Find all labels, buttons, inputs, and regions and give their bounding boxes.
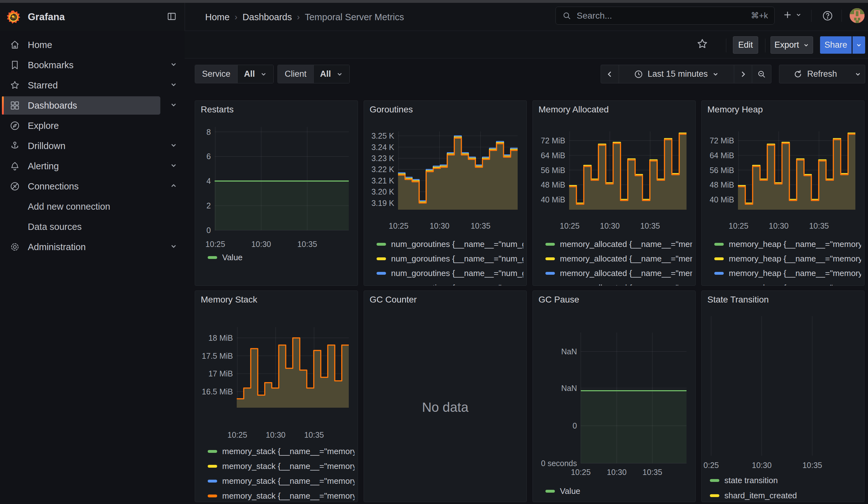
refresh-button[interactable]: Refresh [779,65,851,83]
sidebar-item-drilldown[interactable]: Drilldown [0,137,185,155]
avatar[interactable] [850,8,865,23]
legend-item[interactable]: num_goroutines {__name__="num_go [376,282,523,286]
chevron-down-icon [336,71,343,78]
legend-item[interactable]: memory_stack {__name__="memory_s [208,460,354,472]
legend-item[interactable]: Value [545,485,692,497]
legend-item[interactable]: memory_allocated {__name__="memo [545,267,692,279]
chart-plot-memory_stack[interactable] [237,327,349,408]
help-button[interactable] [822,10,833,23]
chart-plot-memory_allocated[interactable] [569,131,686,210]
sidebar-subitem-label: Add new connection [28,202,110,212]
legend-item[interactable]: memory_stack {__name__="memory_s [208,475,354,487]
drilldown-icon [9,141,20,151]
breadcrumb-home[interactable]: Home [205,12,229,22]
zoom-out-button[interactable] [752,65,772,83]
export-button[interactable]: Export [771,36,813,54]
x-axis-tick-label: 10:30 [251,240,271,249]
legend-item[interactable]: memory_heap {__name__="memory_h [714,238,861,250]
x-axis-tick-label: 0:25 [704,461,719,470]
new-button[interactable] [782,10,802,20]
legend-item[interactable]: shard_item_created [710,490,861,501]
sidebar-item-administration[interactable]: Administration [0,238,185,256]
sidebar-subitem-data-sources[interactable]: Data sources [0,218,185,236]
sidebar-subitem-add-new-connection[interactable]: Add new connection [0,197,185,216]
chart-plot-restarts[interactable] [215,127,349,230]
grid-icon [9,100,20,111]
chevron-down-icon[interactable] [170,61,177,70]
chevron-up-icon[interactable] [170,182,177,191]
edit-button[interactable]: Edit [733,36,758,54]
y-axis-tick-label: 72 MiB [706,136,734,145]
legend-item[interactable]: num_goroutines {__name__="num_go [376,238,523,250]
panel-title-state_transition[interactable]: State Transition [707,295,769,305]
panel-title-memory_heap[interactable]: Memory Heap [707,104,763,115]
sidebar-item-connections[interactable]: Connections [0,177,185,195]
legend-label: memory_heap {__name__="memory_h [729,254,861,264]
client-filter: Client All [277,65,350,83]
chevron-down-icon[interactable] [170,81,177,90]
legend-label: shard_item_created [724,491,797,501]
y-axis-tick-label: NaN [537,383,577,392]
breadcrumb-dashboards[interactable]: Dashboards [242,12,292,22]
panel-title-memory_allocated[interactable]: Memory Allocated [538,104,609,115]
sidebar-item-home[interactable]: Home [0,36,185,54]
legend-swatch [714,243,724,246]
panel-title-gc_counter[interactable]: GC Counter [370,295,417,305]
sidebar-item-bookmarks[interactable]: Bookmarks [0,56,185,74]
sidebar-item-explore[interactable]: Explore [0,116,185,135]
legend-item[interactable]: state transition [710,475,861,486]
legend-item[interactable]: memory_allocated {__name__="memo [545,253,692,264]
panel-title-memory_stack[interactable]: Memory Stack [201,295,257,305]
time-shift-forward-button[interactable] [734,65,752,83]
share-button[interactable]: Share [820,36,851,54]
y-axis-tick-label: 56 MiB [706,165,734,175]
legend-item[interactable]: memory_heap {__name__="memory_h [714,253,861,264]
chevron-down-icon [795,12,802,18]
legend-item[interactable]: memory_heap {__name__="memory_h [714,282,861,286]
chevron-down-icon[interactable] [170,101,177,110]
chevron-down-icon[interactable] [170,243,177,251]
time-shift-back-button[interactable] [601,65,619,83]
legend-item[interactable]: memory_allocated {__name__="memo [545,282,692,286]
time-range-picker[interactable]: Last 15 minutes [619,65,734,83]
client-filter-value[interactable]: All [313,65,349,83]
legend-item[interactable]: memory_stack {__name__="memory_s [208,490,354,502]
refresh-interval-button[interactable] [851,65,865,83]
y-axis-tick-label: 56 MiB [537,165,565,175]
breadcrumb-current: Temporal Server Metrics [305,12,404,22]
panel-state_transition: State Transition0:2510:3010:35state tran… [701,290,865,502]
chart-plot-memory_heap[interactable] [738,131,855,210]
panel-memory_heap: Memory Heap72 MiB64 MiB56 MiB48 MiB40 Mi… [701,101,865,286]
legend-item[interactable]: num_goroutines {__name__="num_go [376,253,523,264]
search-input[interactable]: Search... ⌘+k [556,7,775,25]
legend-swatch [710,479,719,482]
chart-plot-gc_pause[interactable] [581,332,686,463]
legend-item[interactable]: memory_stack {__name__="memory_s [208,445,354,457]
chart-plot-goroutines[interactable] [398,131,518,210]
time-range-label: Last 15 minutes [648,69,708,79]
star-dashboard-button[interactable] [696,38,708,51]
panel-title-restarts[interactable]: Restarts [201,104,234,115]
legend-item[interactable]: memory_allocated {__name__="memo [545,238,692,250]
sidebar-item-dashboards[interactable]: Dashboards [0,96,185,115]
sidebar-item-alerting[interactable]: Alerting [0,157,185,175]
sidebar-item-starred[interactable]: Starred [0,76,185,94]
share-options-button[interactable] [852,36,865,54]
chevron-down-icon[interactable] [170,162,177,171]
sidebar-toggle-icon[interactable] [167,11,177,23]
y-axis-tick-label: 3.24 K [368,142,394,152]
legend-item[interactable]: Value [208,252,354,263]
y-axis-tick-label: 3.21 K [368,176,394,185]
y-axis-tick-label: 48 MiB [537,180,565,189]
panel-restarts: Restarts8642010:2510:3010:35Value [195,101,358,286]
legend-item[interactable]: memory_heap {__name__="memory_h [714,267,861,279]
divider [841,10,842,22]
service-filter-value[interactable]: All [237,65,273,83]
legend-item[interactable]: num_goroutines {__name__="num_go [376,267,523,279]
grafana-logo-icon[interactable] [6,10,21,24]
x-axis-tick-label: 10:30 [607,468,627,477]
chart-plot-state_transition[interactable] [707,316,855,456]
panel-title-goroutines[interactable]: Goroutines [370,104,413,115]
chevron-down-icon[interactable] [170,142,177,150]
panel-title-gc_pause[interactable]: GC Pause [538,295,579,305]
